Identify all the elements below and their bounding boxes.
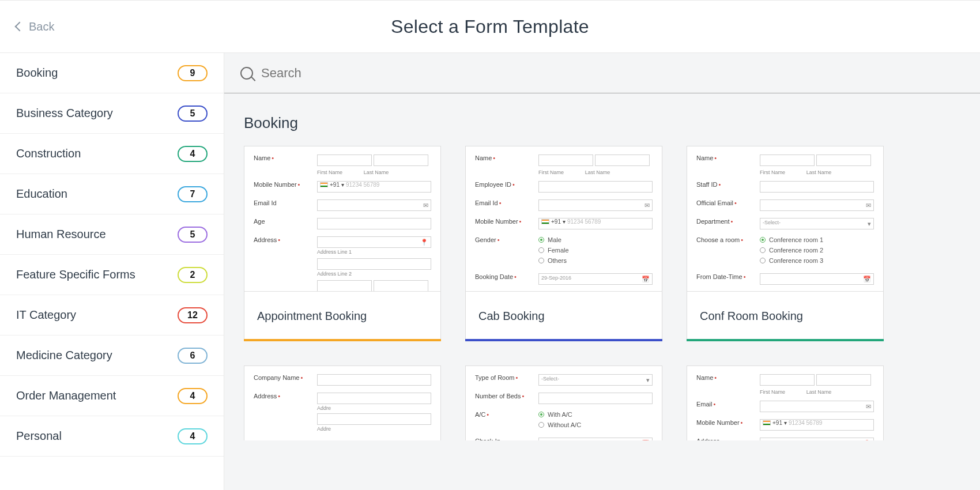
sidebar-item[interactable]: Personal4 [0,416,224,457]
count-badge: 12 [178,307,208,323]
body: Booking9Business Category5Construction4E… [0,53,980,490]
count-badge: 9 [178,65,208,81]
template-grid-2: Company Name• Address•AddreAddre Type of… [224,365,980,440]
sidebar-label: Personal [16,429,62,443]
template-card-confroom[interactable]: Name• First Name Last Name Staff ID• Off… [687,146,884,341]
card-preview: Name• First Name Last Name Staff ID• Off… [687,146,883,291]
email-icon: ✉ [866,202,871,209]
chevron-left-icon [15,22,25,32]
count-badge: 4 [178,146,208,162]
sidebar-label: Feature Specific Forms [16,268,135,281]
email-icon: ✉ [866,403,871,410]
sidebar-label: Booking [16,66,58,80]
chevron-down-icon: ▾ [646,376,650,384]
sidebar-item[interactable]: Construction4 [0,134,224,174]
sidebar: Booking9Business Category5Construction4E… [0,53,224,490]
card-title: Cab Booking [466,291,662,341]
count-badge: 4 [178,428,208,444]
chevron-down-icon: ▾ [868,220,871,228]
count-badge: 4 [178,388,208,404]
calendar-icon: 📅 [642,276,650,283]
header: Back Select a Form Template [0,1,980,53]
back-button[interactable]: Back [16,20,54,33]
template-card-partial[interactable]: Type of Room•-Select-▾ Number of Beds• A… [465,365,662,440]
sidebar-item[interactable]: Business Category5 [0,93,224,134]
calendar-icon: 📅 [642,440,650,440]
sidebar-label: IT Category [16,308,76,322]
template-card-partial[interactable]: Name• First Name Last Name Email•✉ Mobil… [687,365,884,440]
email-icon: ✉ [423,202,428,209]
card-title: Appointment Booking [244,291,440,341]
card-title: Conf Room Booking [687,291,883,341]
search-row [224,53,980,93]
sidebar-item[interactable]: IT Category12 [0,295,224,336]
search-input[interactable] [261,66,492,81]
template-grid: Name• First Name Last Name Mobile Number… [224,146,980,341]
back-label: Back [29,20,54,33]
sidebar-label: Education [16,187,67,201]
sidebar-label: Medicine Category [16,349,112,362]
page-title: Select a Form Template [391,16,589,37]
sidebar-label: Business Category [16,107,113,120]
card-preview: Name• First Name Last Name Employee ID• … [466,146,662,291]
sidebar-item[interactable]: Booking9 [0,53,224,93]
count-badge: 5 [178,105,208,122]
template-card-cab[interactable]: Name• First Name Last Name Employee ID• … [465,146,662,341]
email-icon: ✉ [644,202,650,209]
count-badge: 7 [178,186,208,202]
count-badge: 5 [178,227,208,243]
calendar-icon: 📅 [863,276,871,283]
sidebar-label: Construction [16,147,81,160]
sidebar-item[interactable]: Human Resource5 [0,214,224,255]
section-title: Booking [224,93,980,146]
template-card-appointment[interactable]: Name• First Name Last Name Mobile Number… [244,146,441,341]
search-icon [240,67,253,80]
count-badge: 2 [178,267,208,283]
card-preview: Name• First Name Last Name Mobile Number… [244,146,440,291]
template-card-partial[interactable]: Company Name• Address•AddreAddre [244,365,441,440]
main: Booking Name• First Name Last Name Mobil… [224,53,980,490]
sidebar-label: Order Management [16,389,116,402]
count-badge: 6 [178,348,208,364]
sidebar-item[interactable]: Education7 [0,174,224,214]
pin-icon: 📍 [863,440,871,440]
sidebar-label: Human Resource [16,228,106,241]
sidebar-item[interactable]: Feature Specific Forms2 [0,255,224,295]
pin-icon: 📍 [420,239,428,246]
sidebar-item[interactable]: Order Management4 [0,376,224,416]
sidebar-item[interactable]: Medicine Category6 [0,336,224,376]
